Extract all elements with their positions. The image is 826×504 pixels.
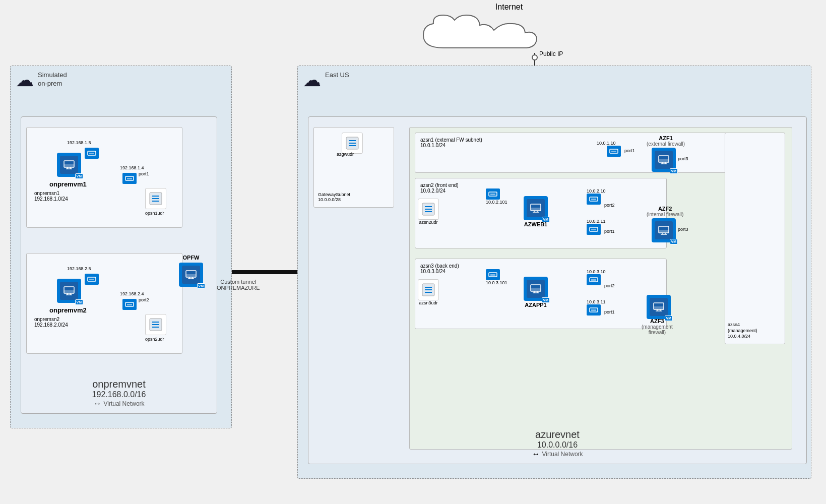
azweb1-section: 10.0.2.101 [486,188,507,205]
azweb1-vm-icon: VM [524,196,548,220]
onpremsn1-subnet: VM onpremvm1 onpremsn1 192.168.1.0/24 19… [26,127,182,228]
azapp1-vm-icon: VM [524,277,548,301]
azf2-port2-label-top: port2 [604,203,615,208]
svg-rect-101 [490,274,495,276]
vm2-nic2 [122,299,137,310]
azsn2udr-label: azsn2udr [418,220,439,225]
opsn2udr-label: opsn2udr [145,337,164,342]
azsn1-nic-ip: 10.0.1.10 [597,141,616,146]
azurevnet-box: azgwudr GatewaySubnet 10.0.0.0/28 azsn1 … [308,116,807,464]
onprem-region-label: Simulatedon-prem [38,71,67,88]
azsn3-nic-right-icon [587,274,601,285]
vm2-nic2-ip: 192.168.2.4 [120,291,144,296]
onprem-region: ☁ Simulatedon-prem VM onpremvm1 onpremsn… [10,66,232,428]
azsn3-subnet: azsn3 (back end) 10.0.3.0/24 [415,259,667,329]
azf2-port3-label: port3 [678,227,688,232]
azsn3-label: azsn3 (back end) 10.0.3.0/24 [420,263,459,274]
onpremvm2-icon: VM [57,279,81,303]
onprem-region-header: ☁ Simulatedon-prem [16,71,67,89]
svg-rect-52 [186,274,196,277]
svg-rect-39 [64,290,74,293]
svg-rect-88 [591,229,596,230]
vm1-port1-label: port1 [139,171,149,176]
azapp1-nic-left: 10.0.3.101 [486,269,507,285]
eastus-region: ☁ East US azgwudr GatewaySubnet [297,66,811,479]
azsn2-nic-right-bot-icon [587,224,601,235]
azweb1-nic-left-ip: 10.0.2.101 [486,200,507,205]
eastus-region-label: East US [325,71,349,80]
public-ip-dot [532,54,538,60]
azf1-port1-label: port1 [624,148,635,153]
svg-rect-33 [127,178,132,179]
azsn3udr-label: azsn3udr [418,300,439,305]
public-ip-label: Public IP [539,50,563,57]
vm1-nic2-ip: 192.168.1.4 [120,165,144,170]
azf2-section: AZF2 (internal firewall) VM port3 [647,206,683,241]
onpremsn2-label: onpremsn2 192.168.2.0/24 [34,317,68,328]
azf3-port1-label: port1 [604,309,615,314]
svg-rect-31 [89,153,94,154]
gateway-subnet-label: GatewaySubnet 10.0.0.0/28 [318,192,350,202]
azf1-port3-label: port3 [678,156,688,161]
azgwudr-label: azgwudr [337,152,354,157]
onpremsn2-subnet: VM onpremvm2 onpremsn2 192.168.2.0/24 19… [26,253,182,354]
eastus-region-header: ☁ East US [303,71,349,89]
azsn3udr-icon-container: azsn3udr [418,279,439,305]
vm2-nic1 [85,274,99,285]
svg-rect-81 [531,208,541,211]
opfw-label: OPFW [179,255,203,261]
vm1-nic1-ip: 192.168.1.5 [67,140,91,145]
svg-rect-46 [127,304,132,305]
azsn2-nic-right-bot: 10.0.2.11 [587,219,606,235]
azsn2udr-icon [418,199,439,220]
azsn4-subnet: azsn4(management) 10.0.4.0/24 [725,133,785,344]
azsn1-nic [607,146,621,157]
svg-rect-66 [611,151,616,152]
azapp1-nic-left-icon [486,269,500,280]
azsn3-nic-right-top-ip: 10.0.3.10 [587,269,606,274]
vm2-port2-label: port2 [139,297,149,302]
onpremvm1-label: onpremvm1 [49,180,87,188]
azsn2udr-icon-container: azsn2udr [418,199,439,225]
svg-rect-110 [591,309,596,311]
onprem-cloud-icon: ☁ [16,71,34,89]
vm2-nic1-ip: 192.168.2.5 [67,266,91,271]
onpremsn1-label: onpremsn1 192.168.1.0/24 [34,191,68,202]
svg-rect-86 [591,199,596,200]
azsn2-nic-right-top: 10.0.2.10 [587,188,606,205]
azsn2-nic-right-bot-ip: 10.0.2.11 [587,219,606,224]
opsn1udr-label: opsn1udr [145,211,164,216]
svg-rect-68 [659,159,669,162]
azsn2-subnet: azsn2 (front end) 10.0.2.0/24 [415,178,667,248]
azsn2-nic-right-top-ip: 10.0.2.10 [587,188,606,194]
azsn1-subnet: azsn1 (external FW subnet) 10.0.1.0/24 1… [415,133,778,173]
svg-rect-44 [89,279,94,280]
svg-rect-90 [659,230,669,233]
azsn3-nic-right-bot-icon [587,304,601,316]
azsn2-label: azsn2 (front end) 10.0.2.0/24 [420,182,459,194]
azf3-port2-label: port2 [604,283,615,288]
azsn3-nic-right-bot: 10.0.3.11 [587,299,606,316]
opsn1udr-icon [145,188,166,209]
gateway-subnet-box: azgwudr GatewaySubnet 10.0.0.0/28 [313,127,394,208]
azf2-vm-icon: VM [652,218,676,242]
azsn2-nic-right [587,194,601,205]
tunnel-label: Custom tunnel Custom tunnel ONPREMAZURE … [217,279,260,291]
azurevnet-label: azurevnet 10.0.0.0/16 ↔ Virtual Network [532,429,583,459]
azf3-vm-icon: VM [647,295,671,319]
opfw-vm-icon: VM [179,263,203,287]
azapp1-nic-left-ip: 10.0.3.101 [486,280,507,285]
azapp1-vm-section: VM AZAPP1 [524,277,548,308]
azf1-subtitle: (external firewall) [647,141,685,147]
azsn3-nic-right-top: 10.0.3.10 [587,269,606,285]
opsn2udr-icon [145,314,166,335]
azf2-subtitle: (internal firewall) [647,212,683,217]
vm1-nic2 [122,173,137,184]
azf1-name: AZF1 [647,135,685,141]
azweb1-nic-left [486,188,500,200]
opfw-section: OPFW VM [179,255,203,287]
azf2-name: AZF2 [647,206,683,212]
cloud-svg [413,13,605,53]
azweb1-vm-section: VM AZWEB1 [524,196,548,227]
vm1-nic1 [85,148,99,159]
